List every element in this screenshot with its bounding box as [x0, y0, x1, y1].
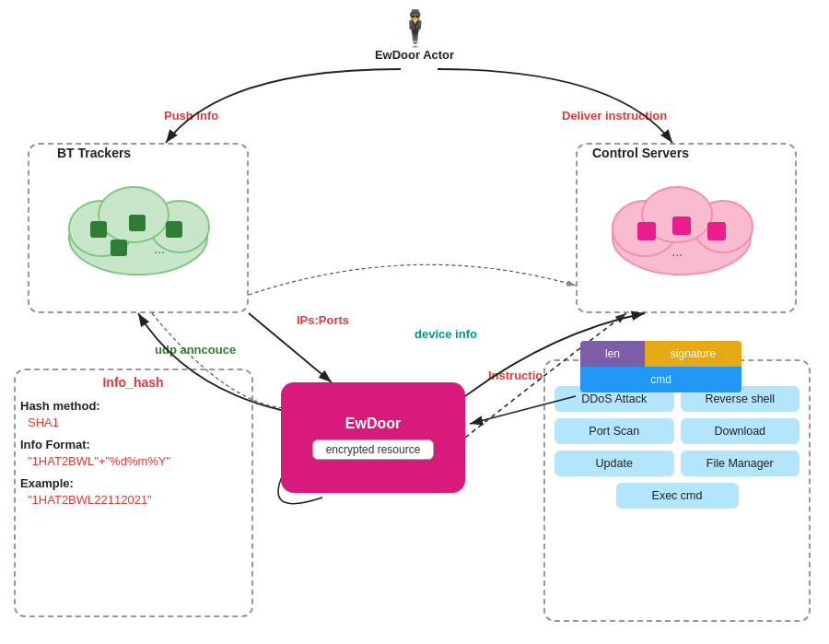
example-value: "1HAT2BWL22112021"	[20, 493, 152, 507]
cmd-port-scan[interactable]: Port Scan	[555, 418, 674, 444]
bt-trackers-label: BT Trackers	[57, 146, 131, 160]
cmd-exec-cmd[interactable]: Exec cmd	[616, 483, 739, 509]
control-servers-cloud: ...	[590, 164, 774, 284]
hash-method-value: SHA1	[20, 416, 59, 429]
ewdoor-box: EwDoor encrypted resource	[281, 382, 465, 493]
svg-rect-18	[707, 222, 726, 240]
svg-rect-10	[111, 240, 127, 256]
actor-label: EwDoor Actor	[359, 48, 470, 62]
udp-announce-label: udp anncouce	[155, 343, 236, 357]
svg-rect-17	[672, 217, 691, 235]
cmd-download[interactable]: Download	[681, 418, 800, 444]
svg-rect-7	[90, 221, 107, 238]
cmd-file-manager[interactable]: File Manager	[681, 451, 800, 476]
packet-signature: signature	[645, 341, 741, 367]
deliver-instruction-label: Deliver instruction	[562, 109, 667, 123]
actor: 🕴 EwDoor Actor	[359, 11, 470, 62]
hash-method-label: Hash method:	[20, 399, 100, 413]
example-label: Example:	[20, 476, 74, 490]
svg-rect-8	[129, 215, 146, 231]
bt-trackers-cloud: ...	[46, 164, 230, 284]
device-info-label: device info	[414, 327, 477, 341]
svg-text:...: ...	[155, 241, 166, 256]
ewdoor-title: EwDoor	[345, 416, 401, 432]
svg-text:...: ...	[672, 244, 683, 259]
cmd-update[interactable]: Update	[555, 451, 674, 476]
packet-cmd: cmd	[580, 367, 741, 392]
info-format-label: Info Format:	[20, 438, 90, 451]
packet-diagram: len signature cmd	[580, 341, 741, 394]
diagram-container: 🕴 EwDoor Actor Push info Deliver instruc…	[0, 0, 829, 644]
svg-rect-16	[637, 222, 656, 240]
packet-len: len	[580, 341, 645, 367]
ips-ports-label: IPs:Ports	[297, 313, 349, 327]
svg-rect-9	[166, 221, 182, 238]
info-hash-format: Info Format: "1HAT2BWL"+"%d%m%Y"	[20, 436, 246, 469]
control-servers-label: Control Servers	[592, 146, 689, 160]
actor-figure: 🕴	[359, 11, 470, 46]
ewdoor-encrypted-resource: encrypted resource	[312, 439, 435, 460]
info-hash-content: Info_hash Hash method: SHA1 Info Format:…	[20, 375, 246, 513]
push-info-label: Push info	[164, 109, 218, 123]
info-hash-method: Hash method: SHA1	[20, 397, 246, 430]
info-hash-example: Example: "1HAT2BWL22112021"	[20, 474, 246, 508]
cmd-grid: DDoS Attack Reverse shell Port Scan Down…	[549, 386, 805, 509]
info-format-value: "1HAT2BWL"+"%d%m%Y"	[20, 454, 170, 468]
instruction-label: Instruction	[488, 369, 550, 382]
info-hash-title: Info_hash	[20, 375, 246, 390]
